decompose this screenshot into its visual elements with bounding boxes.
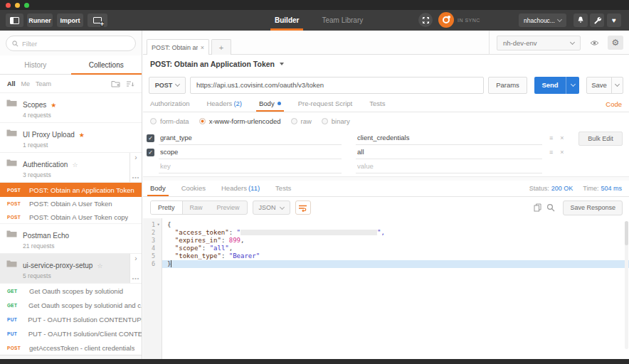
tab-body[interactable]: Body [259, 100, 281, 112]
view-pretty[interactable]: Pretty [151, 201, 183, 214]
response-scrollbar[interactable] [625, 221, 628, 349]
generate-code-link[interactable]: Code [606, 100, 622, 108]
tab-tests[interactable]: Tests [369, 100, 385, 112]
param-value-input[interactable] [356, 132, 542, 145]
sync-status-icon[interactable] [438, 12, 454, 28]
collection-scopes[interactable]: Scopes★ 4 requests [0, 93, 142, 123]
request-put-oauth-solution[interactable]: PUT PUT - OAUTH Solution CONTENTUPL... [0, 312, 142, 326]
json-code[interactable]: { "access_token": "", "expires_in": 899,… [162, 218, 629, 359]
mode-x-www-form-urlencoded[interactable]: x-www-form-urlencoded [199, 117, 281, 125]
new-tab-button[interactable]: + [211, 39, 231, 55]
param-value-input[interactable] [356, 160, 542, 173]
chevron-right-icon[interactable]: › [134, 155, 137, 161]
environment-name: nh-dev-env [503, 39, 571, 47]
filter-all[interactable]: All [7, 80, 16, 87]
sidebar-toggle-button[interactable] [6, 14, 23, 27]
filter-me[interactable]: Me [21, 80, 31, 87]
request-get-access-token[interactable]: POST getAccessToken - client credentials [0, 341, 142, 355]
param-checkbox[interactable]: ✓ [147, 134, 154, 142]
save-response-button[interactable]: Save Response [563, 200, 623, 215]
request-get-oauth-scopes-client[interactable]: GET Get Oauth scopes by solutionid and c… [0, 298, 142, 312]
drag-handle-icon[interactable]: ≡ [549, 149, 553, 156]
remove-row-icon[interactable]: × [560, 134, 564, 141]
collection-authentication[interactable]: Authentication☆ 3 requests › ••• [0, 153, 142, 183]
favorite-star-icon[interactable]: ☆ [72, 161, 78, 168]
filter-input[interactable] [22, 40, 115, 48]
sort-icon[interactable] [126, 80, 134, 87]
user-menu[interactable]: nhachouc... [519, 14, 566, 27]
radio-icon [150, 118, 157, 124]
collection-ui-proxy-upload[interactable]: UI Proxy Upload★ 1 request [0, 123, 142, 153]
close-window-button[interactable] [6, 3, 11, 8]
tab-response-cookies[interactable]: Cookies [181, 184, 206, 196]
more-options-icon[interactable]: ••• [132, 175, 139, 180]
notifications-button[interactable] [574, 14, 588, 27]
param-value-input[interactable] [356, 146, 542, 159]
new-folder-icon[interactable] [111, 80, 120, 87]
param-checkbox[interactable]: ✓ [147, 149, 154, 156]
word-wrap-button[interactable] [295, 200, 311, 215]
more-options-icon[interactable]: ••• [132, 276, 139, 281]
view-raw[interactable]: Raw [183, 201, 210, 214]
params-button[interactable]: Params [488, 77, 527, 94]
tab-headers[interactable]: Headers(2) [206, 100, 242, 112]
environment-settings-button[interactable]: ⚙ [608, 36, 623, 50]
remove-row-icon[interactable]: × [560, 149, 564, 156]
method-selector[interactable]: POST [149, 77, 186, 94]
request-put-oauth-solution-client[interactable]: PUT PUT - OAUTH Solution/Client CONTE... [0, 326, 142, 341]
tab-response-tests[interactable]: Tests [275, 184, 291, 196]
send-options-button[interactable] [566, 77, 579, 94]
param-checkbox[interactable] [147, 163, 154, 171]
request-get-oauth-scopes[interactable]: GET Get Oauth scopes by solutionid [0, 284, 142, 298]
caret-down-icon[interactable] [280, 63, 284, 65]
environment-preview-button[interactable] [586, 36, 602, 50]
zoom-window-button[interactable] [24, 3, 29, 8]
mode-raw[interactable]: raw [291, 117, 312, 125]
tab-response-body[interactable]: Body [150, 184, 166, 196]
response-format-selector[interactable]: JSON [253, 200, 290, 215]
tab-builder[interactable]: Builder [270, 10, 303, 31]
chevron-right-icon[interactable]: › [134, 256, 137, 262]
drag-handle-icon[interactable]: ≡ [549, 134, 553, 141]
request-obtain-user-token-copy[interactable]: POST POST: Obtain A User Token copy [0, 210, 142, 224]
param-key-input[interactable] [159, 146, 342, 159]
favorite-star-icon[interactable]: ☆ [97, 262, 102, 269]
tab-team-library[interactable]: Team Library [317, 10, 367, 31]
mode-form-data[interactable]: form-data [150, 117, 189, 125]
tab-history[interactable]: History [0, 55, 71, 74]
copy-response-button[interactable] [534, 203, 541, 212]
environment-selector[interactable]: nh-dev-env [497, 36, 581, 50]
tab-authorization[interactable]: Authorization [150, 100, 189, 112]
capture-requests-icon[interactable] [418, 13, 433, 27]
mode-binary[interactable]: binary [322, 117, 350, 125]
runner-button[interactable]: Runner [27, 14, 53, 27]
tab-collections[interactable]: Collections [71, 55, 142, 74]
new-window-button[interactable] [88, 14, 107, 27]
minimize-window-button[interactable] [15, 3, 20, 8]
save-options-button[interactable] [611, 77, 623, 93]
save-button[interactable]: Save [587, 77, 611, 93]
request-obtain-user-token[interactable]: POST POST: Obtain A User Token [0, 197, 142, 210]
favorite-star-icon[interactable]: ★ [79, 132, 85, 139]
open-request-tab[interactable]: POST: Obtain an Appli × [147, 39, 209, 55]
tab-response-headers[interactable]: Headers(11) [221, 184, 260, 196]
scrollbar-thumb[interactable] [625, 221, 628, 245]
fold-caret-icon[interactable]: ▾ [155, 221, 162, 229]
favorite-star-icon[interactable]: ★ [51, 102, 56, 109]
search-response-button[interactable] [546, 203, 555, 212]
favorites-button[interactable]: ♥ [607, 14, 621, 27]
collection-postman-echo[interactable]: Postman Echo 21 requests [0, 224, 142, 254]
collection-ui-service-proxy-setup[interactable]: ui-service-proxy-setup☆ 5 requests › ••• [0, 254, 142, 284]
param-key-input[interactable] [159, 160, 342, 173]
send-button[interactable]: Send [534, 77, 566, 94]
settings-button[interactable] [590, 14, 604, 27]
bulk-edit-button[interactable]: Bulk Edit [578, 132, 623, 146]
url-input[interactable] [190, 77, 484, 94]
param-key-input[interactable] [159, 132, 342, 145]
close-tab-icon[interactable]: × [201, 44, 204, 51]
tab-pre-request-script[interactable]: Pre-request Script [298, 100, 353, 112]
filter-team[interactable]: Team [36, 80, 51, 87]
import-button[interactable]: Import [57, 14, 83, 27]
view-preview[interactable]: Preview [210, 201, 247, 214]
request-obtain-application-token[interactable]: POST POST: Obtain an Application Token [0, 183, 142, 197]
